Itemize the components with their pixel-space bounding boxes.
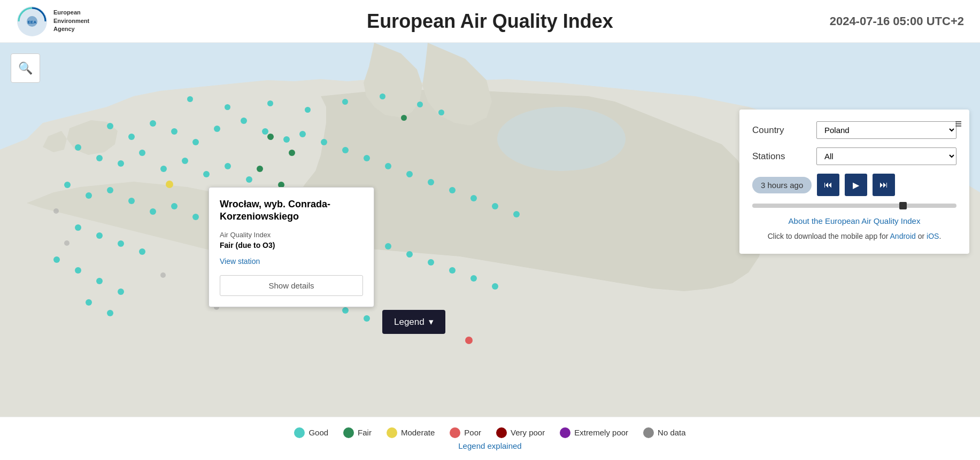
map-dot[interactable]: [428, 179, 434, 185]
map-dot[interactable]: [128, 198, 135, 204]
map-dot[interactable]: [449, 267, 456, 274]
view-station-link[interactable]: View station: [220, 257, 363, 266]
map-dot[interactable]: [118, 289, 124, 295]
map-dot[interactable]: [225, 163, 231, 169]
svg-point-4: [497, 107, 626, 171]
map-dot[interactable]: [257, 166, 263, 172]
map-dot[interactable]: [86, 299, 92, 306]
map-dot[interactable]: [380, 93, 385, 99]
map-dot[interactable]: [267, 100, 273, 106]
map-dot[interactable]: [139, 248, 145, 255]
android-link[interactable]: Android: [890, 232, 916, 240]
country-select[interactable]: Poland Germany France Italy Spain: [816, 121, 956, 139]
map-dot[interactable]: [192, 214, 199, 220]
map-dot[interactable]: [342, 147, 349, 153]
map-dot[interactable]: [406, 251, 413, 258]
map-dot[interactable]: [203, 171, 210, 177]
map-dot[interactable]: [86, 192, 92, 199]
map-dot[interactable]: [75, 224, 81, 231]
map-dot[interactable]: [364, 315, 370, 322]
ios-link[interactable]: iOS: [927, 232, 939, 240]
map-dot[interactable]: [305, 107, 311, 113]
map-dot[interactable]: [182, 158, 188, 164]
map-dot[interactable]: [262, 128, 268, 135]
map-dot[interactable]: [241, 118, 247, 124]
map-dot-nodata[interactable]: [64, 240, 70, 246]
map-dot[interactable]: [64, 182, 71, 188]
map-dot[interactable]: [246, 176, 252, 183]
legend-item-extremely-poor: Extremely poor: [560, 427, 628, 438]
map-dot[interactable]: [214, 126, 220, 132]
map-dot[interactable]: [139, 150, 145, 156]
map-dot[interactable]: [492, 283, 498, 290]
map-dot[interactable]: [401, 115, 407, 121]
map-dot[interactable]: [107, 310, 113, 316]
map-dot[interactable]: [321, 139, 327, 145]
time-forward-end-button[interactable]: ⏭: [873, 174, 895, 196]
map-dot[interactable]: [492, 203, 498, 209]
map-dot[interactable]: [128, 134, 135, 140]
map-dot[interactable]: [150, 208, 156, 215]
map-dot[interactable]: [289, 150, 295, 156]
map-dot[interactable]: [171, 128, 178, 135]
map-dot[interactable]: [118, 240, 124, 247]
map-dot[interactable]: [385, 163, 391, 169]
time-back-start-button[interactable]: ⏮: [817, 174, 839, 196]
show-details-button[interactable]: Show details: [220, 275, 363, 296]
map-dot[interactable]: [96, 232, 103, 239]
chevron-down-icon: ▾: [429, 316, 434, 328]
map-dot[interactable]: [342, 99, 348, 105]
stations-select[interactable]: All Background Traffic Industrial: [816, 147, 956, 165]
about-link[interactable]: About the European Air Quality Index: [752, 216, 956, 225]
map-dot-nodata[interactable]: [53, 208, 59, 214]
map-dot[interactable]: [160, 166, 167, 172]
map-dot-moderate[interactable]: [166, 181, 173, 188]
map-dot[interactable]: [107, 123, 113, 129]
map-dot[interactable]: [96, 155, 103, 161]
slider-thumb[interactable]: [899, 202, 907, 209]
download-text: Click to download the mobile app for And…: [752, 231, 956, 242]
map-dot[interactable]: [225, 104, 230, 110]
map-dot[interactable]: [187, 96, 193, 102]
map-dot[interactable]: [470, 195, 477, 201]
map-dot[interactable]: [107, 187, 113, 193]
time-row: 3 hours ago ⏮ ▶ ⏭: [752, 174, 956, 196]
map-dot[interactable]: [118, 160, 124, 167]
map-dot[interactable]: [470, 275, 477, 282]
legend-label: Legend: [394, 317, 425, 328]
map-dot[interactable]: [75, 144, 81, 151]
map-dot[interactable]: [171, 203, 178, 209]
map-dot[interactable]: [192, 139, 199, 145]
map-dot[interactable]: [364, 155, 370, 161]
map-dot[interactable]: [267, 134, 274, 140]
map-dot[interactable]: [150, 120, 156, 127]
map-dot-nodata[interactable]: [160, 272, 166, 278]
time-slider[interactable]: [752, 204, 956, 208]
legend-dot-poor: [450, 427, 460, 438]
menu-icon[interactable]: ≡: [955, 117, 962, 131]
search-button[interactable]: 🔍: [11, 53, 40, 83]
legend-button[interactable]: Legend ▾: [382, 310, 445, 334]
station-popup: Wrocław, wyb. Conrada-Korzeniowskiego Ai…: [209, 187, 374, 307]
map-dot[interactable]: [406, 171, 413, 177]
station-name: Wrocław, wyb. Conrada-Korzeniowskiego: [220, 198, 363, 223]
legend-bar: Good Fair Moderate Poor Very poor Extrem…: [0, 417, 980, 460]
control-panel: ≡ Country Poland Germany France Italy Sp…: [739, 110, 969, 254]
map-dot[interactable]: [283, 136, 290, 143]
legend-explained-link[interactable]: Legend explained: [458, 441, 521, 450]
map-dot[interactable]: [428, 259, 434, 266]
map-dot[interactable]: [417, 102, 423, 107]
map-dot[interactable]: [513, 211, 520, 217]
time-play-button[interactable]: ▶: [845, 174, 867, 196]
map-dot[interactable]: [385, 243, 391, 250]
download-label: Click to download the mobile app for: [768, 232, 889, 240]
map-dot[interactable]: [449, 187, 456, 193]
map-dot[interactable]: [53, 256, 60, 263]
hours-ago-badge: 3 hours ago: [752, 177, 812, 193]
map-dot[interactable]: [342, 307, 349, 314]
map-dot[interactable]: [299, 131, 306, 137]
map-dot[interactable]: [75, 267, 81, 274]
map-dot[interactable]: [438, 110, 444, 115]
map-dot[interactable]: [96, 278, 103, 284]
map-dot-poor[interactable]: [465, 337, 473, 344]
